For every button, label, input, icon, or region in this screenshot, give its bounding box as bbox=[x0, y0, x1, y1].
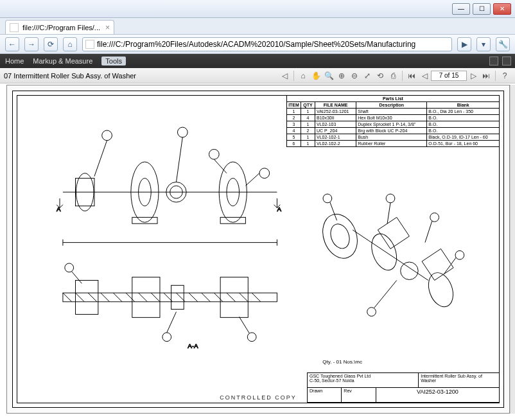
svg-text:A: A bbox=[277, 206, 281, 213]
tool-rotate-icon[interactable]: ⟲ bbox=[374, 70, 386, 82]
menu-tools[interactable]: Tools bbox=[101, 57, 126, 66]
viewer-toolbar: 07 Intermittent Roller Sub Assy. of Wash… bbox=[0, 68, 515, 83]
svg-point-45 bbox=[65, 263, 74, 272]
tab-close-icon[interactable]: × bbox=[105, 23, 110, 32]
page-favicon bbox=[10, 23, 19, 32]
svg-line-58 bbox=[330, 202, 337, 220]
window-close-button[interactable]: ✕ bbox=[493, 3, 511, 15]
svg-line-26 bbox=[76, 293, 85, 302]
page-first-icon[interactable]: ⏮ bbox=[406, 70, 417, 82]
svg-line-36 bbox=[202, 293, 211, 302]
svg-line-48 bbox=[167, 312, 177, 333]
company-address: C-50, Sector-57 Noida bbox=[310, 378, 416, 383]
title-block: GSC Toughened Glass Pvt Ltd C-50, Sector… bbox=[307, 372, 500, 403]
svg-line-30 bbox=[126, 293, 135, 302]
svg-line-35 bbox=[189, 293, 198, 302]
svg-line-53 bbox=[353, 230, 428, 280]
tool-prev-sheet-icon[interactable]: ◁ bbox=[279, 70, 290, 82]
svg-rect-41 bbox=[76, 280, 98, 314]
svg-point-56 bbox=[424, 269, 457, 310]
svg-point-61 bbox=[430, 213, 439, 222]
nav-reload-button[interactable]: ⟳ bbox=[44, 37, 58, 51]
window-minimize-button[interactable]: — bbox=[452, 3, 470, 15]
address-bar[interactable] bbox=[82, 37, 452, 51]
page-next-icon[interactable]: ▷ bbox=[467, 70, 479, 82]
svg-point-17 bbox=[259, 168, 270, 179]
menu-overflow-2[interactable] bbox=[502, 57, 511, 66]
svg-point-11 bbox=[102, 130, 112, 141]
tool-print-icon[interactable]: ⎙ bbox=[387, 70, 399, 82]
svg-line-18 bbox=[245, 173, 259, 186]
drawing-number: VAI252-03-1200 bbox=[376, 388, 499, 403]
page-menu-button[interactable]: ▾ bbox=[476, 37, 491, 51]
quantity-note: Qty. - 01 Nos.\mc bbox=[322, 359, 362, 365]
menu-home[interactable]: Home bbox=[5, 57, 24, 65]
svg-point-15 bbox=[209, 149, 219, 159]
tb-col-a: Drawn bbox=[308, 388, 342, 403]
browser-tab[interactable]: file:///C:/Program Files/... × bbox=[5, 20, 114, 34]
drawing-sheet: Parts List ITEM QTY FILE NAME Descriptio… bbox=[12, 91, 504, 408]
svg-line-39 bbox=[240, 293, 249, 302]
tool-zoom-out-icon[interactable]: ⊖ bbox=[349, 70, 360, 82]
section-label: A-A bbox=[188, 342, 198, 349]
svg-line-32 bbox=[151, 293, 160, 302]
sheet-name-label: 07 Intermittent Roller Sub Assy. of Wash… bbox=[4, 72, 141, 80]
svg-line-37 bbox=[214, 293, 223, 302]
drawing-title: Intermittent Roller Sub Assy. of Washer bbox=[419, 373, 499, 388]
window-maximize-button[interactable]: ☐ bbox=[473, 3, 491, 15]
svg-line-46 bbox=[72, 272, 82, 284]
svg-rect-10 bbox=[220, 217, 245, 223]
svg-line-62 bbox=[425, 221, 432, 242]
svg-line-64 bbox=[444, 258, 456, 274]
tool-zoom-window-icon[interactable]: 🔍 bbox=[323, 70, 335, 82]
svg-line-60 bbox=[387, 203, 390, 223]
svg-line-50 bbox=[240, 317, 250, 333]
nav-home-button[interactable]: ⌂ bbox=[63, 37, 77, 51]
svg-line-25 bbox=[63, 293, 72, 302]
svg-point-52 bbox=[327, 222, 353, 251]
svg-point-57 bbox=[323, 194, 332, 203]
address-input[interactable] bbox=[97, 40, 449, 49]
drawing-views: A A bbox=[19, 98, 497, 362]
svg-point-54 bbox=[367, 231, 401, 274]
tb-col-b: Rev bbox=[342, 388, 376, 403]
nav-forward-button[interactable]: → bbox=[24, 37, 39, 51]
svg-rect-5 bbox=[132, 217, 157, 223]
svg-line-40 bbox=[252, 293, 261, 302]
svg-point-59 bbox=[386, 194, 395, 203]
tab-title: file:///C:/Program Files/... bbox=[22, 24, 100, 31]
tool-zoom-in-icon[interactable]: ⊕ bbox=[336, 70, 347, 82]
page-prev-icon[interactable]: ◁ bbox=[419, 70, 430, 82]
svg-point-47 bbox=[162, 333, 171, 342]
tools-menu-button[interactable]: 🔧 bbox=[496, 37, 510, 51]
company-name: GSC Toughened Glass Pvt Ltd bbox=[310, 374, 416, 378]
svg-point-51 bbox=[317, 209, 363, 263]
controlled-copy-stamp: CONTROLLED COPY bbox=[220, 394, 297, 401]
svg-point-55 bbox=[401, 262, 418, 279]
svg-line-28 bbox=[101, 293, 110, 302]
svg-point-63 bbox=[455, 250, 464, 259]
svg-text:A: A bbox=[57, 206, 61, 213]
tool-home-icon[interactable]: ⌂ bbox=[297, 70, 309, 82]
viewer-menubar: Home Markup & Measure Tools bbox=[0, 54, 515, 68]
page-number-input[interactable] bbox=[431, 71, 467, 81]
svg-line-27 bbox=[88, 293, 97, 302]
svg-line-14 bbox=[176, 137, 182, 182]
tool-fit-icon[interactable]: ⤢ bbox=[362, 70, 373, 82]
svg-rect-24 bbox=[63, 293, 277, 302]
browser-tabstrip: file:///C:/Program Files/... × bbox=[0, 18, 515, 35]
svg-rect-43 bbox=[171, 285, 184, 309]
vertical-scrollbar[interactable] bbox=[510, 85, 515, 414]
nav-go-button[interactable]: ▶ bbox=[457, 37, 471, 51]
menu-overflow-1[interactable] bbox=[489, 57, 498, 66]
drawing-canvas[interactable]: Parts List ITEM QTY FILE NAME Descriptio… bbox=[6, 85, 510, 414]
address-favicon bbox=[85, 40, 94, 49]
menu-markup-measure[interactable]: Markup & Measure bbox=[33, 57, 92, 65]
tool-help-icon[interactable]: ? bbox=[499, 70, 511, 82]
svg-point-49 bbox=[247, 333, 256, 342]
page-last-icon[interactable]: ⏭ bbox=[480, 70, 492, 82]
nav-back-button[interactable]: ← bbox=[5, 37, 19, 51]
tool-pan-icon[interactable]: ✋ bbox=[310, 70, 322, 82]
svg-line-66 bbox=[374, 280, 396, 308]
svg-point-13 bbox=[177, 127, 188, 137]
